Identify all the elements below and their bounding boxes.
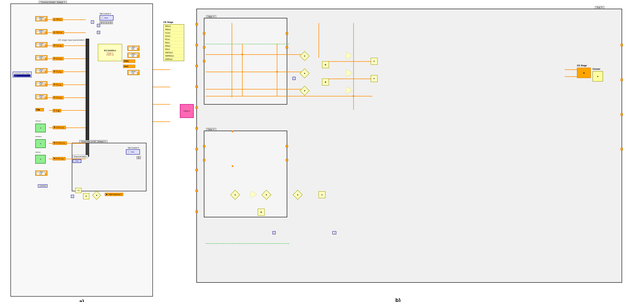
wire-h21e1-h [49,58,86,59]
buffer-lower-1 [251,191,257,198]
tunnel-false1-3 [203,60,206,62]
tab3-1[interactable]: 1 [104,21,108,24]
wire-b-h3 [206,89,301,90]
increment-node: +1 [75,188,82,193]
ce-rine1: RINe1 [164,44,184,48]
tab4-val[interactable]: 0 [127,151,130,153]
ce-rb1e1: RB1e1 [164,25,184,28]
tab3-2[interactable]: 2 [108,21,113,24]
cluster-out-icon: ▦ [597,76,598,77]
panel-a-label: a) [11,298,152,302]
ce-stage-label: CE Stage [163,21,173,23]
rs-terminal: RS▶ [53,109,61,112]
tab4-0[interactable]: 0 [136,156,141,159]
false-selector-2[interactable]: False ▼ [206,128,216,131]
rie1-ind-value: 123 [128,48,137,50]
ce-stage-input-label: CE stage input parameters [58,39,85,41]
tunnel-false1-out1 [286,32,288,35]
ftei1-value[interactable]: 123 [36,173,45,175]
tab-control-3-label: Tab Control 3 [100,13,111,15]
case-header-label: "Common Emitter", Default [40,1,63,3]
false-dropdown-icon-2[interactable]: ▼ [213,129,214,130]
wire-rce1-h [49,71,86,72]
const-1-case: 1 [292,77,296,80]
tab3-0[interactable]: 0 [100,21,104,24]
dropdown-arrow-icon[interactable]: ▼ [64,1,65,3]
divide-1: ÷ [371,58,378,65]
wire-swrb2e1-h [49,143,86,144]
inter-panel-wire-1 [153,69,170,70]
rb1e1-control[interactable]: RB1e1 123 [35,16,48,21]
wire-b-v2 [277,44,277,96]
outer-case-true: True ▼ False ▼ False ▼ [196,9,622,283]
true-dropdown-icon[interactable]: ▼ [601,6,603,8]
buffer-2 [346,70,352,76]
wire-b-v3 [232,23,232,98]
false-label-2: False [208,128,212,131]
false-dropdown-icon-1[interactable]: ▼ [213,16,214,17]
rine1-control[interactable]: RINe1 123 [35,94,48,99]
add-lower-1: + [258,209,265,216]
rce1-control[interactable]: RCe1 123 [35,68,48,73]
tunnel-false1-1 [203,32,206,35]
const-1000000: 1000000 [38,184,48,187]
tab3-val[interactable]: 0 [100,16,104,19]
ce-stage-cluster: RB1e1 RB2e1 h11e1 h21e1 RCe1 REe1 RINe1 … [163,24,184,61]
ree1-control[interactable]: REe1 123 [35,81,48,86]
const-2-case: 2 [272,231,276,234]
alue1-ind-label: ALue1 [128,71,138,72]
false-label-1: False [208,16,212,18]
ftei1-control[interactable]: fTei1 123 [35,170,48,176]
schematic-dropdown-icon[interactable]: ▼ [104,141,106,143]
const-1: 1 [71,195,74,198]
representation-value[interactable]: ⟺ [73,159,81,163]
schematic-case-header: "Schematic of CE", Default ▼ [79,140,108,143]
tab-control-4-value[interactable]: 0 Value [126,149,140,154]
ce-ree1: REe1 [164,41,184,44]
tunnel-false1-2 [203,46,206,49]
tunnel-false2-out2 [286,159,288,161]
representation-label: Representation [74,155,87,157]
rie1-indicator: RIe1 123 [128,46,140,51]
wire-rb1e1-h [49,19,86,20]
outer-tunnel-l5 [196,106,198,109]
wire-h21e1-ctrl [40,58,53,59]
rb1e1-label: RB1e1 [36,17,46,18]
dot-1 [241,54,243,55]
h21e1-label: h21e1 [36,56,46,57]
outer-tunnel-r1 [620,44,623,46]
true-selector[interactable]: True ▼ [595,6,604,9]
rb2e1-control[interactable]: RB2e1 123 [35,29,48,34]
false-case-1: False ▼ [204,18,287,105]
ce-rce1: RCe1 [164,38,184,41]
connection-type-value[interactable]: ⟺ [14,74,30,77]
rs-indicator[interactable]: RS▶ [35,108,44,111]
swrb2e1-switch[interactable]: ⚙ [35,139,46,148]
divide-lower-1: ÷ [318,191,326,198]
swcee1-switch[interactable]: ⚙ [35,124,46,132]
swrse1-switch[interactable]: ⚙ [35,155,46,163]
cluster-in-label: Cluster in [184,110,190,112]
h21e1-control[interactable]: h21e1 123 [35,55,48,60]
dot-4 [232,131,234,132]
swcee1-label-above: SWCEe1 [35,120,41,122]
inter-panel-wire-4 [153,122,170,122]
outer-tunnel-l2 [196,44,198,46]
alue1-indicator: ALue1 123 [128,70,140,75]
wire-b-h1 [206,54,301,55]
wire-right-h2 [565,76,577,77]
swrb2e1-label-above: SWRB2e1 [35,136,42,137]
ec1-subvi[interactable]: EC1 (SubVI).vi Cluster in Cluster out [98,44,122,61]
divide-2: ÷ [371,75,378,82]
tab-control-3-value[interactable]: 0 Value [100,15,114,20]
tab-4-tabs: 0 [136,156,141,159]
rs-label: RS▶ [36,109,40,111]
swrse1-label-above: SWRse1 [35,151,41,153]
outer-tunnel-r2 [620,79,623,81]
schematic-header-label: "Schematic of CE", Default [81,141,104,143]
h11e1-control[interactable]: h11e1 123 [35,42,48,47]
false-selector-1[interactable]: False ▼ [206,15,216,18]
swrb2e1-icon: ⚙ [40,143,41,145]
wire-h11e1-h [49,45,86,46]
tab4-value-label: Value [130,151,134,153]
